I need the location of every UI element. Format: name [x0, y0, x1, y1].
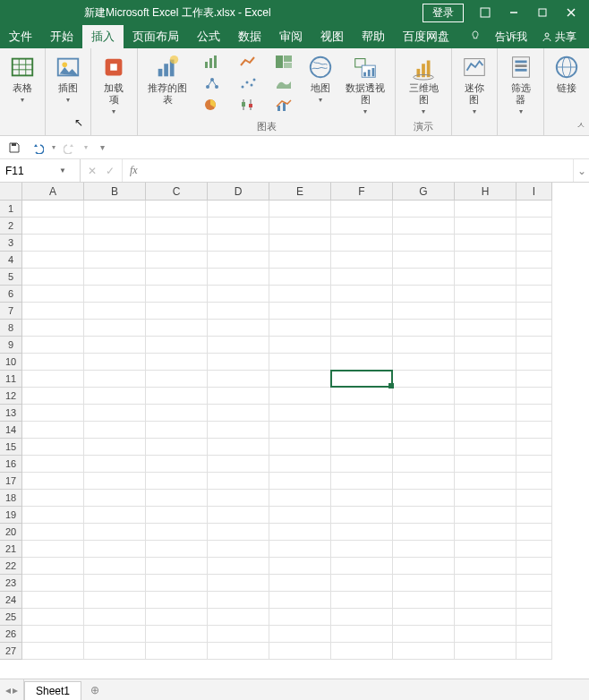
- cell-D14[interactable]: [208, 422, 269, 439]
- cell-C17[interactable]: [146, 473, 208, 490]
- cell-H26[interactable]: [455, 626, 516, 643]
- row-header-24[interactable]: 24: [0, 592, 22, 609]
- cell-F2[interactable]: [331, 218, 393, 235]
- row-header-2[interactable]: 2: [0, 218, 22, 235]
- cell-E7[interactable]: [269, 303, 331, 320]
- recommended-charts-button[interactable]: 推荐的图表: [143, 52, 192, 107]
- cell-H15[interactable]: [455, 439, 516, 456]
- cell-F19[interactable]: [331, 507, 393, 524]
- cell-E24[interactable]: [269, 592, 331, 609]
- cell-E23[interactable]: [269, 575, 331, 592]
- row-header-4[interactable]: 4: [0, 252, 22, 269]
- cell-E3[interactable]: [269, 235, 331, 252]
- cell-A26[interactable]: [22, 626, 84, 643]
- col-header-E[interactable]: E: [269, 183, 331, 201]
- cell-I23[interactable]: [516, 575, 552, 592]
- row-header-23[interactable]: 23: [0, 575, 22, 592]
- cell-I11[interactable]: [516, 371, 552, 388]
- col-header-G[interactable]: G: [393, 183, 455, 201]
- cell-H4[interactable]: [455, 252, 516, 269]
- cell-D2[interactable]: [208, 218, 269, 235]
- cell-D1[interactable]: [208, 201, 269, 218]
- row-header-26[interactable]: 26: [0, 626, 22, 643]
- col-header-C[interactable]: C: [146, 183, 208, 201]
- cell-D19[interactable]: [208, 507, 269, 524]
- cell-A25[interactable]: [22, 609, 84, 626]
- cell-E27[interactable]: [269, 643, 331, 660]
- cell-A5[interactable]: [22, 269, 84, 286]
- cell-G1[interactable]: [393, 201, 455, 218]
- collapse-ribbon-icon[interactable]: ㅅ: [576, 119, 585, 132]
- minimize-button[interactable]: [499, 4, 528, 21]
- cell-G11[interactable]: [393, 371, 455, 388]
- cell-E11[interactable]: [269, 371, 331, 388]
- cell-E13[interactable]: [269, 405, 331, 422]
- addins-button[interactable]: 加载项 ▾: [97, 52, 132, 118]
- row-header-7[interactable]: 7: [0, 303, 22, 320]
- cell-E12[interactable]: [269, 388, 331, 405]
- cell-D9[interactable]: [208, 337, 269, 354]
- cell-A10[interactable]: [22, 354, 84, 371]
- save-icon[interactable]: [5, 139, 23, 157]
- cell-I3[interactable]: [516, 235, 552, 252]
- line-chart-button[interactable]: [232, 52, 264, 72]
- cell-C11[interactable]: [146, 371, 208, 388]
- cell-B20[interactable]: [84, 524, 146, 541]
- cell-G13[interactable]: [393, 405, 455, 422]
- cell-D10[interactable]: [208, 354, 269, 371]
- cell-B24[interactable]: [84, 592, 146, 609]
- cell-A21[interactable]: [22, 541, 84, 558]
- cell-H9[interactable]: [455, 337, 516, 354]
- cell-H14[interactable]: [455, 422, 516, 439]
- cell-D26[interactable]: [208, 626, 269, 643]
- cell-F25[interactable]: [331, 609, 393, 626]
- cell-D15[interactable]: [208, 439, 269, 456]
- cell-C24[interactable]: [146, 592, 208, 609]
- cell-F8[interactable]: [331, 320, 393, 337]
- cell-I8[interactable]: [516, 320, 552, 337]
- stock-chart-button[interactable]: [232, 95, 264, 115]
- cell-F13[interactable]: [331, 405, 393, 422]
- expand-formula-bar-icon[interactable]: ⌄: [573, 159, 589, 182]
- cell-B23[interactable]: [84, 575, 146, 592]
- cell-E17[interactable]: [269, 473, 331, 490]
- cell-G12[interactable]: [393, 388, 455, 405]
- cell-F20[interactable]: [331, 524, 393, 541]
- cell-B17[interactable]: [84, 473, 146, 490]
- cell-A9[interactable]: [22, 337, 84, 354]
- cell-H24[interactable]: [455, 592, 516, 609]
- fx-icon[interactable]: fx: [126, 159, 141, 182]
- cell-G17[interactable]: [393, 473, 455, 490]
- cell-C12[interactable]: [146, 388, 208, 405]
- select-all-corner[interactable]: [0, 183, 22, 201]
- row-header-14[interactable]: 14: [0, 422, 22, 439]
- new-sheet-button[interactable]: ⊕: [81, 679, 108, 700]
- cell-F3[interactable]: [331, 235, 393, 252]
- lightbulb-icon[interactable]: [465, 30, 486, 43]
- row-header-18[interactable]: 18: [0, 490, 22, 507]
- cell-F9[interactable]: [331, 337, 393, 354]
- cell-B10[interactable]: [84, 354, 146, 371]
- cell-F4[interactable]: [331, 252, 393, 269]
- cell-E18[interactable]: [269, 490, 331, 507]
- redo-icon[interactable]: [61, 139, 79, 157]
- treemap-button[interactable]: [268, 52, 300, 72]
- cell-E16[interactable]: [269, 456, 331, 473]
- cell-B15[interactable]: [84, 439, 146, 456]
- cell-D5[interactable]: [208, 269, 269, 286]
- cell-H7[interactable]: [455, 303, 516, 320]
- cell-G4[interactable]: [393, 252, 455, 269]
- cell-I22[interactable]: [516, 558, 552, 575]
- cell-A4[interactable]: [22, 252, 84, 269]
- cell-A7[interactable]: [22, 303, 84, 320]
- cell-D25[interactable]: [208, 609, 269, 626]
- row-header-12[interactable]: 12: [0, 388, 22, 405]
- cell-E20[interactable]: [269, 524, 331, 541]
- cell-D6[interactable]: [208, 286, 269, 303]
- cell-D16[interactable]: [208, 456, 269, 473]
- row-header-1[interactable]: 1: [0, 201, 22, 218]
- cell-G18[interactable]: [393, 490, 455, 507]
- cell-F6[interactable]: [331, 286, 393, 303]
- row-header-5[interactable]: 5: [0, 269, 22, 286]
- pivot-chart-button[interactable]: 数据透视图 ▾: [341, 52, 390, 118]
